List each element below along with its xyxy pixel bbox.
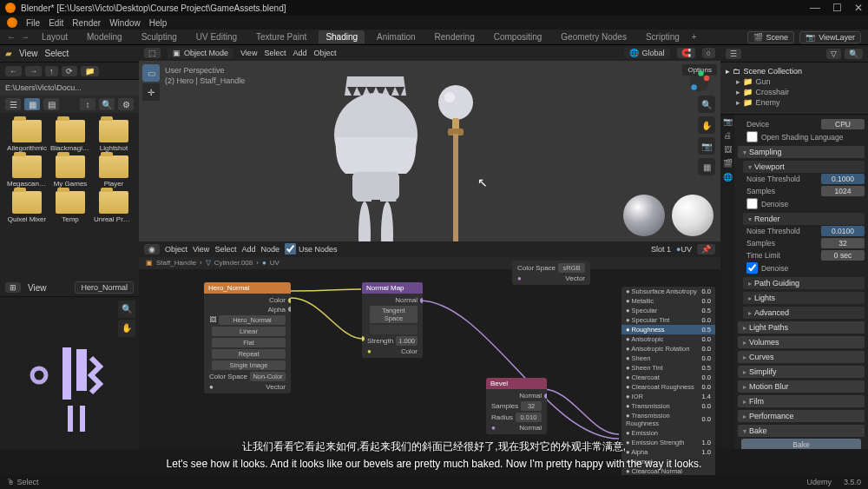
tab-texpaint[interactable]: Texture Paint bbox=[249, 30, 313, 43]
tab-shading[interactable]: Shading bbox=[319, 30, 365, 43]
render-sphere[interactable] bbox=[672, 195, 713, 236]
shader-input-row[interactable]: ● Specular Tint0.0 bbox=[621, 315, 715, 325]
folder-icon[interactable]: ▰ bbox=[5, 49, 12, 58]
panel-bake[interactable]: Bake bbox=[738, 425, 865, 437]
shader-input-row[interactable]: ● Anisotropic0.0 bbox=[621, 334, 715, 344]
node-image-texture[interactable]: Hero_Normal Color Alpha 🖼Hero_Normal Lin… bbox=[204, 282, 291, 393]
vp-menu-object[interactable]: Object bbox=[313, 49, 336, 57]
ne-menu-add[interactable]: Add bbox=[241, 245, 255, 254]
nav-newfolder-icon[interactable]: 📁 bbox=[81, 66, 99, 76]
node-normal-map[interactable]: Normal Map Normal Tangent Space Strength… bbox=[362, 282, 423, 358]
folder-item[interactable]: Temp bbox=[50, 191, 90, 223]
ne-mode[interactable]: Object bbox=[165, 245, 187, 254]
uv-view[interactable]: View bbox=[28, 283, 47, 293]
panel-motionblur[interactable]: Motion Blur bbox=[738, 380, 865, 393]
tab-uvediting[interactable]: UV Editing bbox=[189, 30, 244, 43]
slot-selector[interactable]: Slot 1 bbox=[651, 245, 671, 254]
use-nodes-toggle[interactable]: Use Nodes bbox=[285, 243, 338, 254]
viewlayer-selector[interactable]: 📷 ViewLayer bbox=[799, 31, 861, 43]
ne-menu-node[interactable]: Node bbox=[260, 245, 279, 254]
fwd-icon[interactable]: → bbox=[21, 32, 30, 42]
uv-display[interactable]: 🔍 ✋ bbox=[0, 297, 139, 450]
tab-compositing[interactable]: Compositing bbox=[487, 30, 549, 43]
tab-scripting[interactable]: Scripting bbox=[639, 30, 687, 43]
back-icon[interactable]: ← bbox=[7, 32, 16, 42]
add-workspace-icon[interactable]: + bbox=[692, 32, 697, 42]
display-list-icon[interactable]: ☰ bbox=[5, 98, 21, 110]
proportional-icon[interactable]: ○ bbox=[702, 48, 715, 58]
panel-film[interactable]: Film bbox=[738, 395, 865, 407]
folder-item[interactable]: Quixel Mixer bbox=[7, 191, 47, 223]
path-bar[interactable]: E:\Users\Victo\Docu... bbox=[0, 80, 139, 96]
nav-back-icon[interactable]: ← bbox=[5, 66, 22, 76]
node-bevel[interactable]: Bevel Normal Samples32 Radius0.010 ● Nor… bbox=[486, 378, 547, 434]
folder-item[interactable]: My Games bbox=[50, 155, 90, 188]
tab-geonodes[interactable]: Geometry Nodes bbox=[554, 30, 634, 43]
outliner[interactable]: ▸ 🗀 Scene Collection ▸ 📁 Gun ▸ 📁 Crossha… bbox=[720, 63, 868, 115]
panel-advanced[interactable]: Advanced bbox=[743, 307, 865, 319]
pin-icon[interactable]: 📌 bbox=[697, 244, 715, 254]
panel-sampling[interactable]: Sampling bbox=[738, 146, 865, 158]
nav-up-icon[interactable]: ↑ bbox=[45, 66, 58, 76]
zoom-icon[interactable]: 🔍 bbox=[698, 96, 715, 113]
mode-selector[interactable]: ▣Object Mode bbox=[168, 48, 233, 58]
perspective-icon[interactable]: ▦ bbox=[698, 158, 715, 175]
menu-help[interactable]: Help bbox=[149, 18, 168, 28]
move-view-icon[interactable]: ✋ bbox=[698, 116, 715, 134]
camera-icon[interactable]: 📷 bbox=[698, 137, 715, 155]
ne-menu-select[interactable]: Select bbox=[214, 245, 236, 254]
shader-input-row[interactable]: ● Transmission Roughness0.0 bbox=[621, 411, 715, 428]
tab-sculpting[interactable]: Sculpting bbox=[135, 30, 184, 43]
folder-item[interactable]: Megascans L... bbox=[7, 155, 47, 188]
tab-scene-icon[interactable]: 🎬 bbox=[720, 156, 734, 170]
cursor-tool-icon[interactable]: ✛ bbox=[142, 83, 160, 101]
fb-menu-view[interactable]: View bbox=[19, 49, 38, 58]
nav-fwd-icon[interactable]: → bbox=[25, 66, 42, 76]
node-colorspace-frag[interactable]: Color SpacesRGB ● Vector bbox=[512, 261, 590, 285]
node-principled-bsdf[interactable]: ● Subsurface Anisotropy0.0● Metallic0.0●… bbox=[621, 287, 715, 486]
shader-input-row[interactable]: ● Emission bbox=[621, 428, 715, 438]
editor-type-icon[interactable]: ⬚ bbox=[144, 48, 161, 58]
shader-editor-icon[interactable]: ◉ bbox=[144, 244, 160, 254]
panel-pathguide[interactable]: Path Guiding bbox=[743, 277, 865, 289]
close-icon[interactable]: ✕ bbox=[854, 2, 863, 14]
menu-file[interactable]: File bbox=[26, 18, 40, 28]
shader-input-row[interactable]: ● Sheen Tint0.5 bbox=[621, 363, 715, 373]
outliner-icon[interactable]: ☰ bbox=[726, 49, 741, 59]
search-icon[interactable]: 🔍 bbox=[845, 49, 863, 59]
shader-input-row[interactable]: ● IOR1.4 bbox=[621, 392, 715, 401]
panel-volumes[interactable]: Volumes bbox=[738, 336, 865, 348]
node-editor[interactable]: Hero_Normal Color Alpha 🖼Hero_Normal Lin… bbox=[139, 269, 720, 450]
minimize-icon[interactable]: — bbox=[810, 2, 820, 14]
fb-menu-select[interactable]: Select bbox=[45, 49, 69, 58]
folder-item[interactable]: Unreal Projects bbox=[94, 191, 134, 223]
panel-viewport[interactable]: Viewport bbox=[743, 161, 865, 173]
denoise-r-checkbox[interactable] bbox=[746, 262, 758, 274]
sort-icon[interactable]: ↕ bbox=[80, 98, 95, 110]
scene-selector[interactable]: 🎬 Scene bbox=[747, 31, 795, 43]
filter-icon[interactable]: 🔍 bbox=[99, 98, 115, 110]
shader-input-row[interactable]: ● Clearcoat0.0 bbox=[621, 373, 715, 382]
tab-world-icon[interactable]: 🌐 bbox=[720, 170, 734, 184]
panel-lightpaths[interactable]: Light Paths bbox=[738, 321, 865, 334]
shader-input-row[interactable]: ● Sheen0.0 bbox=[621, 354, 715, 363]
shader-input-row[interactable]: ● Clearcoat Roughness0.0 bbox=[621, 382, 715, 392]
tab-rendering[interactable]: Rendering bbox=[428, 30, 482, 43]
panel-simplify[interactable]: Simplify bbox=[738, 366, 865, 378]
nav-gizmo-icon[interactable] bbox=[686, 68, 713, 96]
shader-input-row[interactable]: ● Anisotropic Rotation0.0 bbox=[621, 344, 715, 354]
osl-checkbox[interactable] bbox=[746, 131, 758, 142]
shader-input-row[interactable]: ● Roughness0.5 bbox=[621, 325, 715, 334]
vp-menu-select[interactable]: Select bbox=[264, 49, 286, 57]
folder-item[interactable]: Lightshot bbox=[94, 120, 134, 152]
shader-input-row[interactable]: ● Subsurface Anisotropy0.0 bbox=[621, 287, 715, 296]
menu-window[interactable]: Window bbox=[109, 18, 141, 28]
menu-edit[interactable]: Edit bbox=[49, 18, 63, 28]
ne-menu-view[interactable]: View bbox=[193, 245, 209, 254]
folder-item[interactable]: Blackmagic... bbox=[50, 120, 90, 152]
panel-curves[interactable]: Curves bbox=[738, 351, 865, 363]
tab-render-icon[interactable]: 📷 bbox=[720, 115, 734, 129]
viewport-3d[interactable]: ▭ ✛ Options User Perspective (2) Hero | … bbox=[139, 61, 720, 241]
denoise-v-checkbox[interactable] bbox=[746, 198, 758, 209]
shader-input-row[interactable]: ● Transmission0.0 bbox=[621, 401, 715, 411]
